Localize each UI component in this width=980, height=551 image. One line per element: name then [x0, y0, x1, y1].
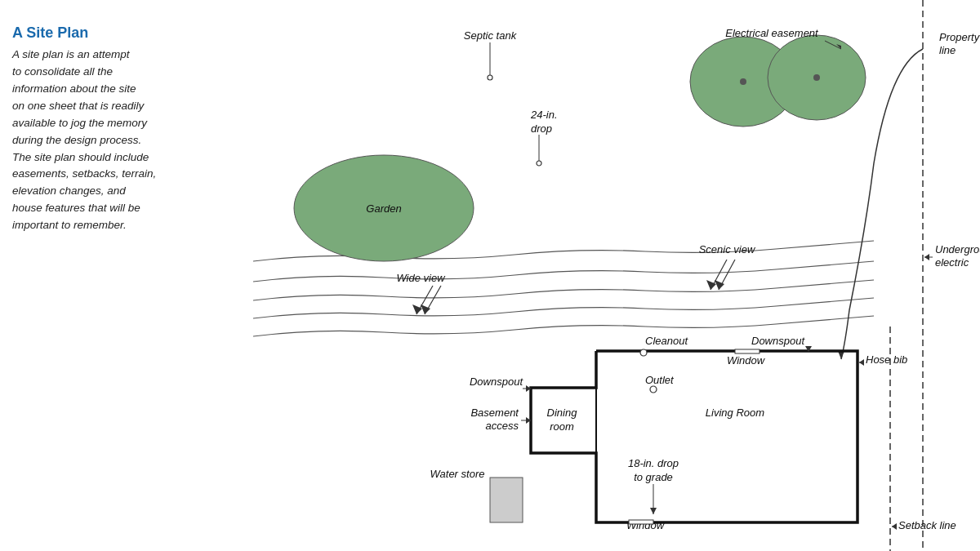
svg-text:drop: drop — [531, 122, 552, 135]
svg-marker-45 — [859, 359, 864, 366]
svg-text:access: access — [486, 420, 519, 432]
svg-text:to grade: to grade — [634, 471, 673, 483]
svg-text:Basement: Basement — [470, 407, 519, 419]
svg-point-8 — [813, 74, 820, 81]
svg-text:Property: Property — [939, 31, 980, 43]
svg-point-15 — [537, 161, 541, 166]
description: A site plan is an attempt to consolidate… — [12, 47, 257, 234]
svg-text:electric: electric — [935, 256, 969, 269]
svg-text:Scenic view: Scenic view — [699, 243, 756, 256]
svg-rect-65 — [629, 520, 653, 524]
site-plan-diagram: Garden Septic tank 24-in. drop Electrica… — [253, 0, 980, 551]
svg-text:Septic tank: Septic tank — [464, 29, 518, 42]
text-panel: A Site Plan A site plan is an attempt to… — [12, 24, 257, 234]
svg-text:Garden: Garden — [366, 202, 401, 215]
svg-text:18-in. drop: 18-in. drop — [628, 457, 679, 469]
svg-rect-63 — [490, 478, 523, 522]
svg-point-6 — [740, 78, 746, 85]
svg-marker-68 — [892, 523, 897, 530]
svg-text:Window: Window — [727, 354, 766, 367]
svg-text:Downspout: Downspout — [470, 375, 523, 388]
svg-point-37 — [640, 349, 647, 356]
svg-text:Wide view: Wide view — [396, 272, 446, 284]
svg-text:room: room — [550, 420, 574, 433]
svg-marker-61 — [650, 508, 657, 514]
svg-text:Water store: Water store — [430, 468, 485, 480]
svg-text:Underground: Underground — [935, 243, 980, 256]
svg-text:Electrical easement: Electrical easement — [725, 27, 819, 39]
svg-text:Outlet: Outlet — [645, 374, 675, 386]
svg-marker-34 — [924, 254, 929, 260]
svg-text:Living Room: Living Room — [706, 407, 764, 419]
svg-point-50 — [650, 386, 657, 393]
page-title: A Site Plan — [12, 24, 257, 42]
svg-rect-42 — [735, 349, 760, 353]
svg-text:Setback line: Setback line — [898, 519, 956, 531]
svg-text:Hose bib: Hose bib — [866, 353, 907, 366]
svg-text:Cleanout: Cleanout — [645, 335, 688, 347]
svg-text:Downspout: Downspout — [751, 335, 805, 347]
svg-text:24-in.: 24-in. — [530, 109, 558, 121]
page-container: A Site Plan A site plan is an attempt to… — [0, 0, 980, 551]
svg-text:Dining: Dining — [547, 407, 578, 419]
svg-text:line: line — [939, 44, 956, 56]
svg-point-11 — [488, 75, 492, 80]
